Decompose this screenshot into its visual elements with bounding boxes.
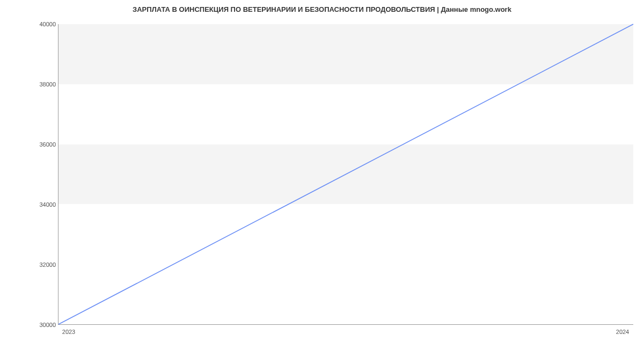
y-tick-label: 40000 bbox=[24, 21, 56, 27]
y-tick-label: 32000 bbox=[24, 261, 56, 268]
y-tick-label: 36000 bbox=[24, 141, 56, 148]
x-tick-label: 2024 bbox=[616, 329, 629, 335]
series-line bbox=[58, 24, 633, 324]
x-tick-label: 2023 bbox=[62, 329, 75, 335]
chart-title: ЗАРПЛАТА В ОИНСПЕКЦИЯ ПО ВЕТЕРИНАРИИ И Б… bbox=[0, 5, 644, 13]
chart-root: ЗАРПЛАТА В ОИНСПЕКЦИЯ ПО ВЕТЕРИНАРИИ И Б… bbox=[0, 0, 644, 349]
line-svg bbox=[58, 24, 633, 324]
y-tick-label: 38000 bbox=[24, 81, 56, 88]
plot-area bbox=[58, 24, 633, 325]
y-tick-label: 34000 bbox=[24, 201, 56, 208]
y-tick-label: 30000 bbox=[24, 322, 56, 328]
